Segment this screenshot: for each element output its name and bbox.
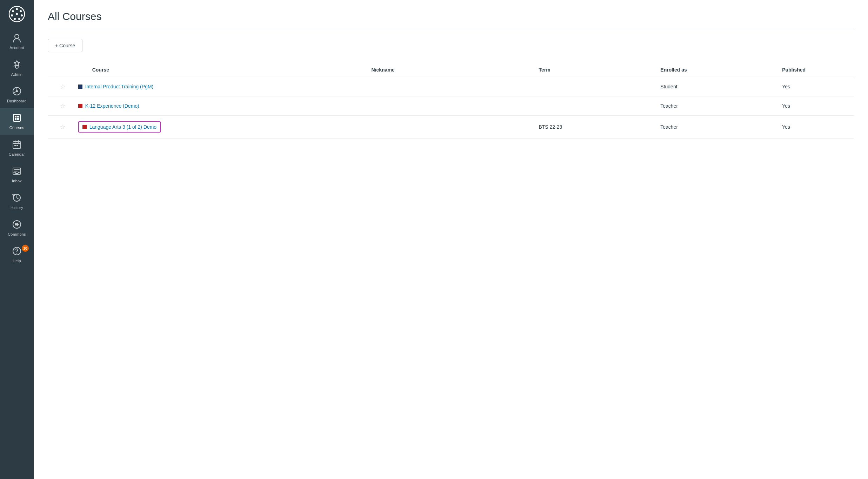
inbox-icon — [12, 166, 22, 177]
sidebar-item-inbox[interactable]: Inbox — [0, 161, 34, 188]
svg-point-3 — [21, 14, 23, 16]
svg-rect-14 — [15, 116, 16, 117]
col-header-term: Term — [534, 63, 656, 77]
sidebar-item-account[interactable]: Account — [0, 28, 34, 55]
course-link[interactable]: K-12 Experience (Demo) — [78, 103, 363, 109]
svg-point-8 — [16, 13, 18, 15]
admin-icon — [12, 60, 22, 71]
col-header-nickname: Nickname — [367, 63, 535, 77]
svg-point-6 — [11, 14, 13, 16]
course-enrolled-as: Student — [656, 77, 778, 96]
inbox-label: Inbox — [12, 179, 22, 183]
course-color-indicator — [78, 104, 82, 108]
course-term — [534, 77, 656, 96]
sidebar-item-commons[interactable]: Commons — [0, 215, 34, 241]
svg-rect-19 — [14, 145, 16, 146]
history-label: History — [11, 205, 23, 210]
dashboard-icon — [12, 86, 22, 97]
star-icon[interactable]: ☆ — [60, 102, 66, 109]
col-header-published: Published — [778, 63, 854, 77]
star-cell[interactable]: ☆ — [48, 116, 78, 139]
commons-icon — [12, 220, 22, 231]
courses-table: Course Nickname Term Enrolled as Publish… — [48, 63, 854, 139]
history-icon — [12, 193, 22, 204]
canvas-logo-icon — [8, 6, 25, 22]
sidebar-item-history[interactable]: History — [0, 188, 34, 215]
help-icon — [12, 246, 22, 257]
course-name-cell: Internal Product Training (PgM) — [78, 77, 367, 96]
add-course-button[interactable]: + Course — [48, 39, 82, 52]
svg-point-7 — [12, 10, 14, 12]
col-header-course: Course — [78, 63, 367, 77]
svg-rect-13 — [13, 114, 20, 121]
calendar-label: Calendar — [9, 152, 25, 156]
sidebar-item-calendar[interactable]: Calendar — [0, 135, 34, 161]
svg-rect-20 — [16, 145, 18, 146]
col-header-enrolled-as: Enrolled as — [656, 63, 778, 77]
main-content: All Courses + Course Course Nickname Ter… — [34, 0, 868, 479]
account-icon — [12, 33, 22, 44]
course-color-indicator — [82, 125, 87, 129]
course-nickname — [367, 77, 535, 96]
commons-label: Commons — [8, 232, 26, 236]
help-badge: 10 — [22, 245, 29, 252]
admin-label: Admin — [11, 72, 22, 76]
course-term: BTS 22-23 — [534, 116, 656, 139]
table-row: ☆Language Arts 3 (1 of 2) DemoBTS 22-23T… — [48, 116, 854, 139]
star-cell[interactable]: ☆ — [48, 77, 78, 96]
svg-point-5 — [14, 18, 16, 20]
dashboard-label: Dashboard — [7, 99, 27, 103]
star-icon[interactable]: ☆ — [60, 123, 66, 130]
course-published: Yes — [778, 116, 854, 139]
course-link[interactable]: Language Arts 3 (1 of 2) Demo — [78, 121, 161, 133]
course-enrolled-as: Teacher — [656, 96, 778, 116]
svg-rect-16 — [15, 118, 16, 120]
course-color-indicator — [78, 85, 82, 89]
svg-point-1 — [16, 8, 18, 10]
sidebar-item-help[interactable]: 10 Help — [0, 241, 34, 268]
course-term — [534, 96, 656, 116]
course-name-cell: Language Arts 3 (1 of 2) Demo — [78, 116, 367, 139]
col-header-star — [48, 63, 78, 77]
course-published: Yes — [778, 96, 854, 116]
calendar-icon — [12, 140, 22, 151]
sidebar-item-courses[interactable]: Courses — [0, 108, 34, 135]
course-link[interactable]: Internal Product Training (PgM) — [78, 84, 363, 89]
page-divider — [48, 29, 854, 29]
table-row: ☆K-12 Experience (Demo)TeacherYes — [48, 96, 854, 116]
courses-icon — [12, 113, 22, 124]
svg-point-4 — [18, 18, 20, 20]
page-title: All Courses — [48, 11, 854, 22]
svg-point-25 — [16, 253, 17, 254]
course-name-cell: K-12 Experience (Demo) — [78, 96, 367, 116]
course-nickname — [367, 96, 535, 116]
svg-point-10 — [15, 66, 18, 68]
svg-rect-17 — [17, 118, 19, 120]
sidebar-logo — [0, 0, 34, 28]
table-header-row: Course Nickname Term Enrolled as Publish… — [48, 63, 854, 77]
courses-label: Courses — [9, 126, 25, 130]
sidebar-item-dashboard[interactable]: Dashboard — [0, 81, 34, 108]
svg-rect-15 — [17, 116, 19, 117]
svg-point-2 — [20, 10, 22, 12]
star-icon[interactable]: ☆ — [60, 83, 66, 90]
course-nickname — [367, 116, 535, 139]
account-label: Account — [9, 46, 24, 50]
star-cell[interactable]: ☆ — [48, 96, 78, 116]
sidebar: Account Admin Dashboard — [0, 0, 34, 479]
help-label: Help — [13, 259, 21, 263]
course-enrolled-as: Teacher — [656, 116, 778, 139]
svg-point-9 — [15, 34, 19, 39]
sidebar-item-admin[interactable]: Admin — [0, 55, 34, 81]
course-published: Yes — [778, 77, 854, 96]
table-row: ☆Internal Product Training (PgM)StudentY… — [48, 77, 854, 96]
